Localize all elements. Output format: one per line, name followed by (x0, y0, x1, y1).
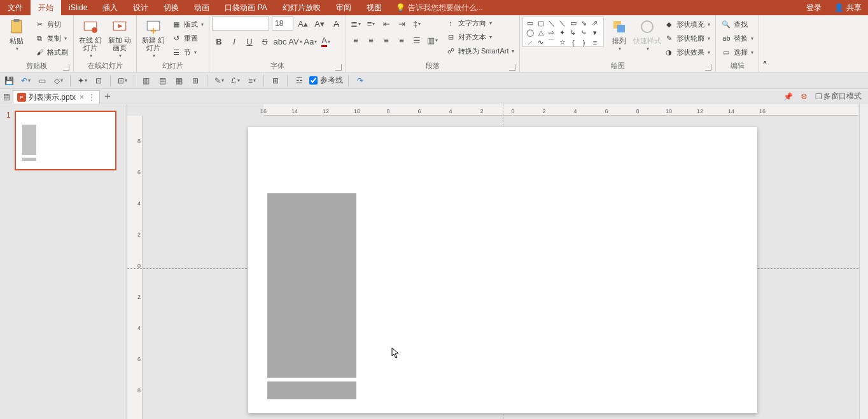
qat-btn[interactable]: ≡▾ (246, 74, 258, 87)
numbering-button[interactable]: ≡▾ (364, 17, 378, 31)
section-button[interactable]: ☰节▾ (169, 46, 206, 58)
tab-pocket-anim[interactable]: 口袋动画 PA (217, 0, 274, 15)
tell-me[interactable]: 💡 告诉我您想要做什么... (389, 0, 489, 15)
strike-button[interactable]: S (258, 34, 272, 48)
arrange-button[interactable]: 排列▾ (605, 17, 633, 58)
section-label: 节 (184, 48, 191, 57)
align-right-button[interactable]: ≡ (379, 33, 393, 47)
qat-btn[interactable]: ℒ▾ (229, 74, 242, 87)
align-text-button[interactable]: ⊟对齐文本▾ (443, 31, 517, 43)
layout-button[interactable]: ▦版式▾ (169, 18, 206, 31)
shape-outline-button[interactable]: ✎形状轮廓▾ (661, 32, 713, 45)
qat-btn[interactable]: ☲ (293, 74, 305, 87)
tab-insert[interactable]: 插入 (95, 0, 125, 15)
shape-effects-button[interactable]: ◑形状效果▾ (661, 46, 713, 58)
align-center-button[interactable]: ≡ (364, 33, 378, 47)
qat-btn[interactable]: ▥ (139, 74, 152, 87)
new-anim-page-button[interactable]: 新加 动画页 ▾ (106, 17, 134, 58)
slide[interactable] (248, 127, 757, 413)
distribute-button[interactable]: ☰ (410, 33, 424, 47)
slide-canvas-pane[interactable]: 1614121086420246810121416 864202468 (127, 104, 868, 419)
qat-btn[interactable]: ⊡ (92, 74, 105, 87)
document-tab[interactable]: P 列表演示.pptx × ⋮ (13, 90, 100, 104)
quick-styles-button[interactable]: 快速样式▾ (633, 17, 661, 58)
bold-button[interactable]: B (212, 34, 226, 48)
slide-thumbnail-pane[interactable]: 1 (0, 104, 127, 419)
close-tab-button[interactable]: × (78, 93, 85, 102)
multiwindow-button[interactable]: ❐多窗口模式 (813, 91, 864, 102)
paste-button[interactable]: 粘贴 ▾ (3, 17, 31, 58)
tab-slideshow[interactable]: 幻灯片放映 (275, 0, 328, 15)
tab-menu-button[interactable]: ⋮ (88, 93, 95, 102)
tab-review[interactable]: 审阅 (328, 0, 359, 15)
italic-button[interactable]: I (227, 34, 241, 48)
qat-btn[interactable]: ◇▾ (52, 74, 65, 87)
tab-list-button[interactable]: ▤ (0, 89, 13, 104)
pin-button[interactable]: 📌 (781, 92, 795, 101)
tab-home[interactable]: 开始 (31, 0, 61, 15)
shapes-gallery[interactable]: ▭▢＼＼▭⇘⇗ ◯△⇨✦↳⤷▾ ⟋∿⌒☆{}≡ (522, 17, 604, 47)
text-shadow-button[interactable]: abc (273, 34, 287, 48)
settings-button[interactable]: ⚙ (798, 92, 810, 101)
qat-btn[interactable]: ⊞ (189, 74, 202, 87)
char-spacing-button[interactable]: AV▾ (288, 34, 302, 48)
qat-btn[interactable]: ▭ (36, 74, 48, 87)
convert-smartart-button[interactable]: ☍转换为 SmartArt▾ (443, 45, 517, 57)
line-spacing-button[interactable]: ‡▾ (410, 17, 424, 31)
save-button[interactable]: 💾 (3, 74, 15, 87)
copy-button[interactable]: ⧉复制▾ (32, 32, 71, 45)
underline-button[interactable]: U (242, 34, 256, 48)
decrease-font-button[interactable]: A▾ (312, 17, 326, 31)
qat-btn[interactable]: ▤ (156, 74, 169, 87)
qat-btn[interactable]: ✦▾ (76, 74, 88, 87)
vertical-scrollbar[interactable] (859, 104, 868, 419)
dialog-launcher-icon[interactable] (335, 64, 342, 71)
qat-btn[interactable]: ⊟▾ (116, 74, 129, 87)
reset-button[interactable]: ↺重置 (169, 32, 206, 45)
slide-thumbnail[interactable] (15, 111, 116, 170)
change-case-button[interactable]: Aa▾ (304, 34, 318, 48)
placeholder-shape[interactable] (267, 381, 356, 399)
font-name-input[interactable] (212, 17, 269, 31)
clear-format-button[interactable]: A̶ (329, 17, 343, 31)
find-button[interactable]: 🔍查找 (718, 18, 756, 31)
qat-btn[interactable]: ▦ (172, 74, 185, 87)
tab-view[interactable]: 视图 (359, 0, 389, 15)
bullets-button[interactable]: ≣▾ (349, 17, 363, 31)
shape-fill-button[interactable]: ◆形状填充▾ (661, 18, 713, 31)
new-tab-button[interactable]: ＋ (100, 89, 115, 104)
font-size-input[interactable] (272, 17, 293, 31)
replace-button[interactable]: ab替换▾ (718, 32, 756, 45)
tab-file[interactable]: 文件 (0, 0, 31, 15)
qat-btn[interactable]: ✎▾ (213, 74, 225, 87)
decrease-indent-button[interactable]: ⇤ (379, 17, 393, 31)
collapse-ribbon-button[interactable]: ˄ (759, 15, 771, 72)
qat-btn[interactable]: ⊞ (269, 74, 282, 87)
guides-checkbox[interactable] (309, 76, 318, 85)
online-slide-button[interactable]: 在线 幻灯片 ▾ (76, 17, 104, 58)
login-button[interactable]: 登录 (800, 3, 828, 13)
dialog-launcher-icon[interactable] (63, 64, 69, 71)
tab-transition[interactable]: 切换 (156, 0, 186, 15)
justify-button[interactable]: ≡ (395, 33, 409, 47)
text-direction-button[interactable]: ↕文字方向▾ (443, 17, 517, 29)
cut-button[interactable]: ✂剪切 (32, 18, 71, 31)
undo-button[interactable]: ↶▾ (19, 74, 32, 87)
new-slide-button[interactable]: 新建 幻灯片 ▾ (139, 17, 167, 58)
dialog-launcher-icon[interactable] (509, 64, 515, 71)
replace-icon: ab (721, 33, 731, 43)
share-button[interactable]: 👤 共享 (828, 3, 868, 13)
increase-font-button[interactable]: A▴ (296, 17, 310, 31)
align-left-button[interactable]: ≡ (349, 33, 363, 47)
redo-button[interactable]: ↷ (354, 74, 367, 87)
tab-islide[interactable]: iSlide (61, 0, 95, 15)
font-color-button[interactable]: A▾ (319, 34, 333, 48)
dialog-launcher-icon[interactable] (705, 64, 711, 71)
tab-animation[interactable]: 动画 (186, 0, 217, 15)
select-button[interactable]: ▭选择▾ (718, 46, 756, 58)
format-painter-button[interactable]: 🖌格式刷 (32, 46, 71, 58)
increase-indent-button[interactable]: ⇥ (395, 17, 409, 31)
columns-button[interactable]: ▥▾ (425, 33, 439, 47)
placeholder-shape[interactable] (267, 193, 356, 378)
tab-design[interactable]: 设计 (125, 0, 156, 15)
